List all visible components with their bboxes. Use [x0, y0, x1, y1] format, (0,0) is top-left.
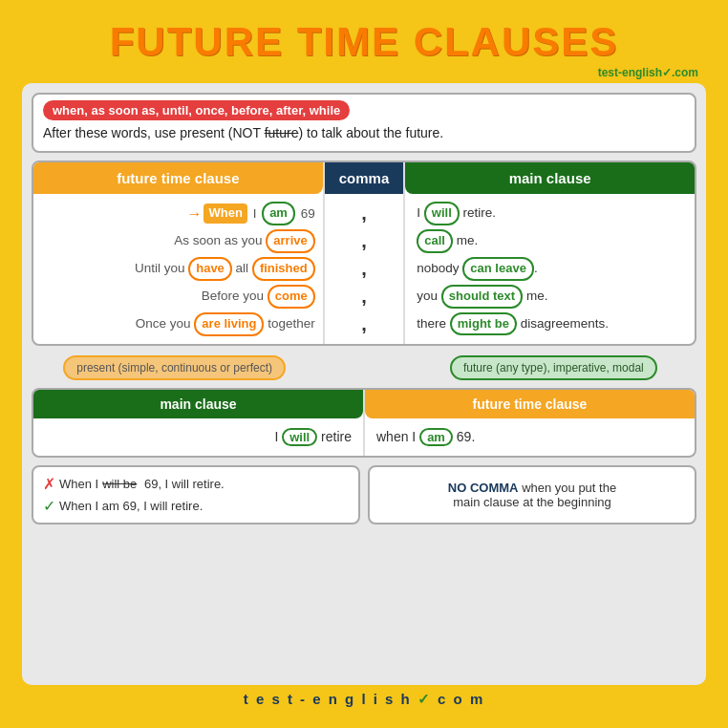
brand-check: ✓ [662, 66, 672, 79]
brand-name: test-english [598, 66, 662, 79]
row1-i: I [249, 203, 260, 225]
footer-check: ✓ [418, 691, 432, 707]
am-pill: am [262, 202, 295, 225]
main-table: future time clause → When I am 69 A [32, 161, 696, 346]
wrong-text-1: When I [59, 477, 98, 491]
col-main-header: main clause [405, 162, 695, 194]
main-row-5: there might be disagreements. [413, 310, 687, 338]
col-future: future time clause → When I am 69 A [33, 162, 325, 344]
col-future-body: → When I am 69 As soon as you arrive [33, 194, 323, 344]
main-row-2: call me. [413, 227, 687, 255]
page-container: FUTURE TIME CLAUSES test-english✓.com wh… [11, 11, 717, 717]
rev-main-header: main clause [33, 390, 363, 418]
label-future-type: present (simple, continuous or perfect) [63, 355, 286, 380]
label-spacer [325, 355, 403, 380]
no-comma-note: NO COMMA when you put themain clause at … [368, 465, 696, 525]
example-wrong: ✗ When I will be 69, I will retire. [43, 475, 349, 493]
bottom-row: ✗ When I will be 69, I will retire. ✓ Wh… [32, 465, 696, 525]
example-correct: ✓ When I am 69, I will retire. [43, 497, 349, 515]
future-row-4: Before you come [43, 283, 319, 310]
info-text: After these words, use present (NOT futu… [43, 124, 685, 143]
main-row-1: I will retire. [413, 200, 687, 227]
comma-3: , [361, 258, 367, 280]
rev-future-body: when I am 69. [365, 418, 695, 456]
col-comma: comma , , , , , [325, 162, 406, 344]
comma-2: , [361, 230, 367, 252]
brand-tld: .com [672, 66, 698, 79]
finished-pill: finished [252, 257, 315, 281]
table-wrapper: future time clause → When I am 69 A [32, 161, 696, 346]
page-title: FUTURE TIME CLAUSES [110, 20, 619, 64]
row1-69: 69 [297, 203, 315, 225]
wrong-text-2: 69, I will retire. [140, 477, 224, 491]
rev-am-pill: am [419, 428, 453, 446]
no-comma-text: NO COMMA when you put themain clause at … [448, 481, 616, 509]
have-pill: have [188, 257, 232, 281]
label-main-type: future (any type), imperative, modal [450, 355, 657, 380]
future-row-1: → When I am 69 [43, 200, 319, 228]
col-future-header: future time clause [33, 162, 323, 194]
wrong-strikethrough: will be [102, 477, 137, 491]
label-right: future (any type), imperative, modal [411, 355, 696, 380]
future-row-3: Until you have all finished [43, 255, 319, 283]
col-main: main clause I will retire. call me. nobo… [405, 162, 695, 344]
when-pill: When [203, 203, 246, 224]
main-row-3: nobody can leave. [413, 255, 687, 283]
wrong-icon: ✗ [43, 475, 55, 493]
footer: t e s t - e n g l i s h ✓ c o m [244, 691, 485, 708]
branding-subtitle: test-english✓.com [22, 66, 706, 79]
examples-box: ✗ When I will be 69, I will retire. ✓ Wh… [32, 465, 360, 525]
col-comma-header: comma [325, 162, 404, 194]
correct-icon: ✓ [43, 497, 55, 515]
future-row-5: Once you are living together [43, 310, 319, 338]
come-pill: come [268, 285, 315, 309]
rev-will-pill: will [282, 428, 317, 446]
comma-4: , [361, 286, 367, 308]
no-comma-caps: NO COMMA [448, 481, 519, 495]
strikethrough-future: future [265, 125, 299, 140]
col-comma-body: , , , , , [325, 194, 404, 344]
info-box: when, as soon as, until, once, before, a… [32, 93, 696, 153]
arrive-pill: arrive [266, 229, 314, 253]
will-pill-1: will [424, 202, 460, 225]
label-row: present (simple, continuous or perfect) … [32, 355, 696, 380]
future-row-2: As soon as you arrive [43, 227, 319, 255]
rev-main-body: I will retire [33, 418, 363, 456]
areliving-pill: are living [194, 312, 264, 336]
canleave-pill: can leave [462, 257, 534, 281]
rev-col-future: future time clause when I am 69. [365, 390, 695, 456]
reversed-table: main clause I will retire future time cl… [32, 388, 696, 458]
mightbe-pill: might be [450, 312, 517, 336]
footer-text: t e s t - e n g l i s h ✓ c o m [244, 691, 485, 707]
correct-text: When I am 69, I will retire. [59, 499, 203, 513]
comma-1: , [361, 203, 367, 225]
shouldtext-pill: should text [441, 285, 523, 309]
label-left: present (simple, continuous or perfect) [32, 355, 317, 380]
main-content: when, as soon as, until, once, before, a… [22, 83, 706, 685]
rev-col-main: main clause I will retire [33, 390, 365, 456]
arrow-icon: → [186, 202, 202, 226]
keywords-pill: when, as soon as, until, once, before, a… [43, 100, 350, 120]
main-row-4: you should text me. [413, 283, 687, 310]
col-main-body: I will retire. call me. nobody can leave… [405, 194, 695, 344]
comma-5: , [361, 313, 367, 335]
call-pill: call [417, 229, 453, 253]
rev-future-header: future time clause [365, 390, 695, 418]
